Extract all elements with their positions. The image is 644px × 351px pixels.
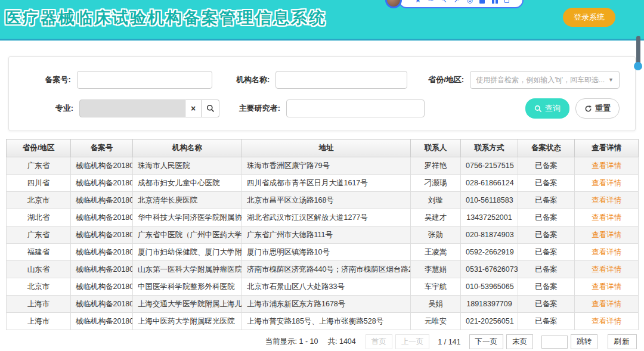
view-detail-link[interactable]: 查看详情 — [592, 317, 621, 325]
table-row: 山东省械临机构备201800007山东第一医科大学附属肿瘤医院（...济南市槐荫… — [7, 261, 639, 278]
prev-page-button[interactable]: 上一页 — [395, 334, 430, 349]
cell-status: 已备案 — [518, 209, 575, 226]
table-row: 福建省械临机构备201800006厦门市妇幼保健院、厦门大学附属...厦门市思明… — [7, 244, 639, 261]
view-detail-link[interactable]: 查看详情 — [592, 248, 621, 256]
view-detail-link[interactable]: 查看详情 — [592, 161, 621, 170]
province-label: 省份/地区: — [407, 74, 470, 85]
search-icon — [206, 104, 215, 113]
square-outline-icon[interactable] — [504, 0, 509, 3]
cell-phone: 010-56118583 — [461, 192, 518, 209]
columns-icon[interactable] — [492, 0, 498, 4]
query-button[interactable]: 查询 — [525, 98, 569, 119]
cell-contact: 刘璇 — [411, 192, 461, 209]
cell-institution-name: 厦门市妇幼保健院、厦门大学附属... — [133, 244, 242, 261]
app-header: 医疗器械临床试验机构备案管理信息系统 登录系统 ★ ✑ ↖ ↗ ◎ — [0, 0, 644, 41]
cell-detail: 查看详情 — [575, 226, 639, 244]
cell-filing-no: 械临机构备201800005 — [71, 226, 133, 244]
view-detail-link[interactable]: 查看详情 — [592, 179, 621, 187]
arrow-left-icon[interactable]: ↖ — [441, 0, 447, 4]
cell-detail: 查看详情 — [575, 296, 639, 313]
org-name-label: 机构名称: — [212, 74, 276, 85]
cell-institution-name: 广东省中医院（广州中医药大学第... — [133, 226, 242, 244]
reset-button-label: 重置 — [595, 103, 611, 114]
view-detail-link[interactable]: 查看详情 — [592, 231, 621, 239]
cell-institution-name: 中国医学科学院整形外科医院 — [133, 278, 242, 296]
specialty-clear-button[interactable]: × — [185, 100, 202, 117]
cell-filing-no: 械临机构备201800003 — [71, 192, 133, 209]
column-header: 联系人 — [411, 139, 461, 157]
last-page-button[interactable]: 末页 — [506, 334, 533, 349]
principal-investigator-input[interactable] — [286, 100, 425, 117]
cell-institution-name: 珠海市人民医院 — [133, 157, 242, 175]
cell-filing-no: 械临机构备201800008 — [71, 278, 133, 296]
jump-button[interactable]: 跳转 — [571, 334, 597, 349]
jump-page-input[interactable] — [541, 336, 568, 349]
refresh-button[interactable]: 刷新 — [608, 334, 637, 349]
column-header: 省份/地区 — [7, 139, 71, 157]
view-detail-link[interactable]: 查看详情 — [592, 213, 621, 222]
cell-contact: 李慧娟 — [411, 261, 461, 278]
page-indicator: 1 / 141 — [438, 338, 460, 346]
query-button-label: 查询 — [545, 103, 561, 114]
first-page-button[interactable]: 首页 — [366, 334, 392, 349]
column-header: 机构名称 — [133, 139, 242, 157]
search-panel: 备案号: 机构名称: 省份/地区: 使用拼音检索，例如输入'bj'，回车即选..… — [8, 56, 636, 131]
reset-button[interactable]: 重置 — [575, 98, 620, 119]
login-button[interactable]: 登录系统 — [563, 8, 615, 27]
table-row: 上海市械临机构备201800010上海中医药大学附属曙光医院上海市普安路185号… — [7, 313, 639, 330]
view-detail-link[interactable]: 查看详情 — [592, 196, 621, 204]
table-body: 广东省械临机构备201800001珠海市人民医院珠海市香洲区康宁路79号罗祥艳0… — [7, 157, 639, 330]
view-detail-link[interactable]: 查看详情 — [592, 265, 621, 274]
cell-province: 北京市 — [7, 192, 71, 209]
cell-status: 已备案 — [518, 175, 575, 192]
org-name-input[interactable] — [275, 71, 407, 89]
province-select[interactable]: 使用拼音检索，例如输入'bj'，回车即选... ▼ — [470, 71, 620, 89]
cell-province: 山东省 — [7, 261, 71, 278]
column-header: 联系方式 — [461, 139, 518, 157]
cell-institution-name: 华中科技大学同济医学院附属协和医院 — [133, 209, 242, 226]
view-detail-link[interactable]: 查看详情 — [592, 300, 621, 308]
cell-contact: 刁灏瑒 — [411, 175, 461, 192]
cell-contact: 王凌嵩 — [411, 244, 461, 261]
next-page-button[interactable]: 下一页 — [469, 334, 504, 349]
star-icon[interactable]: ★ — [415, 0, 422, 4]
search-icon — [534, 105, 542, 113]
filing-no-label: 备案号: — [24, 74, 77, 85]
cell-province: 湖北省 — [7, 209, 71, 226]
target-icon[interactable]: ◎ — [466, 0, 472, 4]
cell-status: 已备案 — [518, 244, 575, 261]
rect-icon[interactable] — [479, 0, 485, 4]
cell-status: 已备案 — [518, 261, 575, 278]
cell-contact: 罗祥艳 — [411, 157, 461, 175]
cell-filing-no: 械临机构备201800010 — [71, 313, 133, 330]
filing-no-input[interactable] — [77, 71, 212, 89]
cell-address: 上海市浦东新区东方路1678号 — [242, 296, 411, 313]
cell-province: 上海市 — [7, 296, 71, 313]
column-header: 地址 — [242, 139, 411, 157]
overlay-toolbar-pill: ★ ✑ ↖ ↗ ◎ — [398, 0, 524, 8]
scrollbar-track[interactable] — [636, 36, 640, 66]
arrow-right-icon[interactable]: ↗ — [454, 0, 460, 4]
cell-status: 已备案 — [518, 157, 575, 175]
cell-filing-no: 械临机构备201800004 — [71, 209, 133, 226]
cell-status: 已备案 — [518, 192, 575, 209]
specialty-search-button[interactable] — [202, 100, 219, 117]
scrollbar-knob[interactable] — [634, 62, 642, 70]
avatar[interactable] — [385, 0, 402, 8]
cell-phone: 0531-67626073 — [461, 261, 518, 278]
cell-institution-name: 上海中医药大学附属曙光医院 — [133, 313, 242, 330]
cell-detail: 查看详情 — [575, 313, 639, 330]
cell-phone: 18918397709 — [461, 296, 518, 313]
specialty-label: 专业: — [24, 103, 79, 114]
table-header-row: 省份/地区备案号机构名称地址联系人联系方式备案状态查看详情 — [7, 139, 639, 157]
cell-address: 珠海市香洲区康宁路79号 — [242, 157, 411, 175]
scroll-indicator[interactable] — [634, 36, 642, 70]
cell-institution-name: 北京清华长庚医院 — [133, 192, 242, 209]
pen-icon[interactable]: ✑ — [428, 0, 434, 4]
cell-detail: 查看详情 — [575, 157, 639, 175]
cell-phone: 028-61866124 — [461, 175, 518, 192]
cell-address: 济南市槐荫区济兖路440号；济南市槐荫区烟台路2999号 — [242, 261, 411, 278]
view-detail-link[interactable]: 查看详情 — [592, 282, 621, 291]
chevron-down-icon: ▼ — [608, 77, 614, 83]
cell-contact: 吴建才 — [411, 209, 461, 226]
